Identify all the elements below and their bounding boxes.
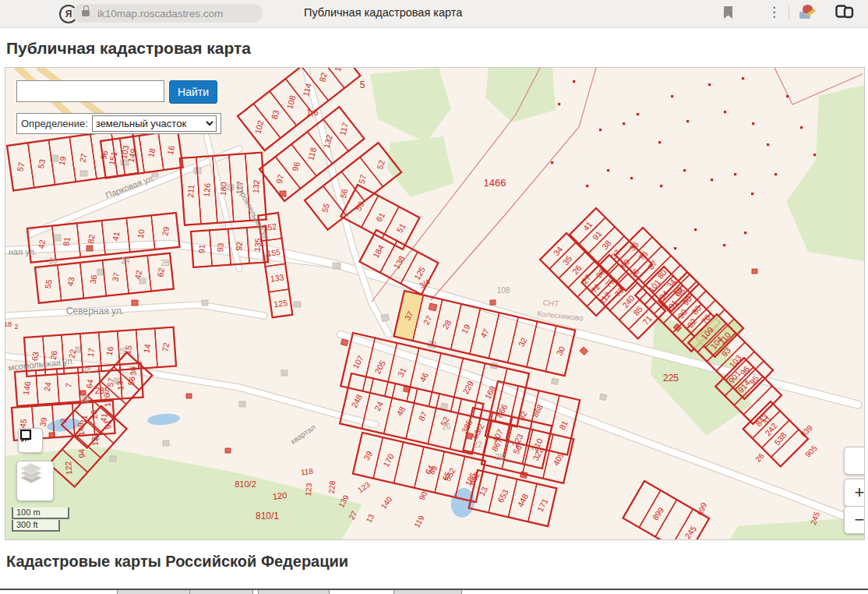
svg-text:82: 82 xyxy=(86,234,97,245)
svg-text:1466: 1466 xyxy=(484,177,506,189)
determination-label: Определение: xyxy=(21,118,88,129)
svg-text:905: 905 xyxy=(803,444,819,459)
svg-text:180: 180 xyxy=(218,182,228,196)
svg-text:29: 29 xyxy=(117,347,126,355)
svg-text:31: 31 xyxy=(396,366,408,378)
svg-text:18: 18 xyxy=(146,147,157,158)
svg-text:810/1: 810/1 xyxy=(256,511,279,522)
svg-text:91: 91 xyxy=(196,244,206,254)
svg-text:14: 14 xyxy=(141,343,152,354)
svg-text:899: 899 xyxy=(650,505,665,522)
svg-text:51: 51 xyxy=(394,221,407,234)
scale-control: 100 m 300 ft xyxy=(12,507,69,532)
svg-text:30: 30 xyxy=(554,345,566,357)
svg-text:27: 27 xyxy=(422,314,434,327)
svg-text:СНТ: СНТ xyxy=(542,299,559,308)
svg-text:810/2: 810/2 xyxy=(235,479,256,489)
svg-text:151: 151 xyxy=(107,150,118,166)
svg-text:118: 118 xyxy=(300,466,314,476)
layers-button[interactable] xyxy=(16,461,54,501)
svg-text:55: 55 xyxy=(43,278,54,289)
lock-icon xyxy=(82,10,90,16)
svg-text:36: 36 xyxy=(128,366,138,377)
svg-text:245: 245 xyxy=(683,524,698,539)
svg-text:43: 43 xyxy=(65,276,76,287)
url-text: ik10map.roscadastres.com xyxy=(97,8,223,19)
svg-text:92: 92 xyxy=(234,241,244,251)
svg-text:1;6: 1;6 xyxy=(306,108,318,117)
svg-text:57: 57 xyxy=(357,173,369,185)
svg-text:10: 10 xyxy=(136,228,146,239)
svg-text:126: 126 xyxy=(202,182,212,196)
zoom-in-button[interactable]: + xyxy=(844,479,865,507)
toolbar-divider xyxy=(789,6,789,20)
svg-text:839: 839 xyxy=(799,423,814,439)
extension-icon[interactable] xyxy=(799,5,817,22)
svg-text:248: 248 xyxy=(349,393,364,409)
svg-text:ная ул.: ная ул. xyxy=(9,247,37,256)
svg-text:55: 55 xyxy=(319,202,331,214)
svg-text:653: 653 xyxy=(496,487,510,504)
svg-text:228: 228 xyxy=(327,480,337,494)
svg-text:2: 2 xyxy=(14,323,18,331)
svg-text:56: 56 xyxy=(126,376,137,387)
svg-text:39: 39 xyxy=(37,416,48,427)
svg-text:29: 29 xyxy=(160,226,171,237)
svg-text:5: 5 xyxy=(360,80,365,90)
svg-text:166: 166 xyxy=(333,68,345,72)
svg-text:41: 41 xyxy=(111,231,122,242)
svg-text:132: 132 xyxy=(251,179,261,193)
svg-text:37: 37 xyxy=(110,271,121,282)
svg-text:16: 16 xyxy=(165,144,176,155)
svg-text:899: 899 xyxy=(696,501,708,517)
svg-text:16: 16 xyxy=(48,256,58,265)
search-input[interactable] xyxy=(16,80,164,102)
svg-text:72: 72 xyxy=(160,341,171,352)
svg-text:46: 46 xyxy=(418,371,430,384)
svg-text:28: 28 xyxy=(440,318,453,331)
svg-text:538: 538 xyxy=(772,430,789,447)
svg-text:91: 91 xyxy=(102,419,112,430)
svg-text:170: 170 xyxy=(381,452,396,468)
map-extra-button[interactable] xyxy=(844,447,865,475)
svg-text:107: 107 xyxy=(351,354,365,370)
map-canvas[interactable]: 5753192796103151149181621112618011713291… xyxy=(5,68,864,539)
determination-select[interactable]: земельный участок xyxy=(92,115,217,132)
svg-text:17: 17 xyxy=(86,347,97,358)
svg-text:108: 108 xyxy=(284,94,297,110)
svg-text:18: 18 xyxy=(5,320,12,328)
address-bar[interactable]: ik10map.roscadastres.com xyxy=(72,4,263,23)
svg-text:56: 56 xyxy=(338,188,350,200)
svg-text:24: 24 xyxy=(121,256,130,265)
svg-text:57: 57 xyxy=(15,161,26,172)
svg-text:24: 24 xyxy=(82,366,91,375)
svg-text:119: 119 xyxy=(412,514,425,529)
svg-text:27: 27 xyxy=(78,152,89,163)
svg-text:48: 48 xyxy=(394,405,407,417)
svg-text:235: 235 xyxy=(95,386,109,395)
svg-text:205: 205 xyxy=(372,359,387,375)
svg-text:866: 866 xyxy=(495,402,510,419)
measure-button[interactable] xyxy=(18,428,43,453)
svg-text:229: 229 xyxy=(460,379,475,395)
svg-text:123: 123 xyxy=(304,483,313,497)
page-title: Публичная кадастровая карта xyxy=(0,28,868,67)
svg-text:211: 211 xyxy=(185,184,196,198)
svg-text:184: 184 xyxy=(371,243,386,260)
svg-text:117: 117 xyxy=(337,122,350,136)
svg-text:171: 171 xyxy=(535,497,550,513)
scale-meters: 100 m xyxy=(12,507,69,519)
svg-text:13: 13 xyxy=(365,512,376,524)
svg-text:83: 83 xyxy=(270,109,281,121)
layers-icon xyxy=(17,461,45,488)
svg-text:7: 7 xyxy=(63,382,73,388)
scale-feet: 300 ft xyxy=(12,520,60,532)
menu-dots-icon[interactable]: ⋮ xyxy=(767,4,781,20)
svg-text:120: 120 xyxy=(272,490,288,501)
svg-text:81: 81 xyxy=(557,419,570,431)
find-button[interactable]: Найти xyxy=(169,80,217,104)
svg-text:448: 448 xyxy=(515,492,530,508)
zoom-out-button[interactable]: − xyxy=(844,506,865,534)
svg-text:87: 87 xyxy=(416,410,429,423)
svg-text:42: 42 xyxy=(132,269,143,280)
